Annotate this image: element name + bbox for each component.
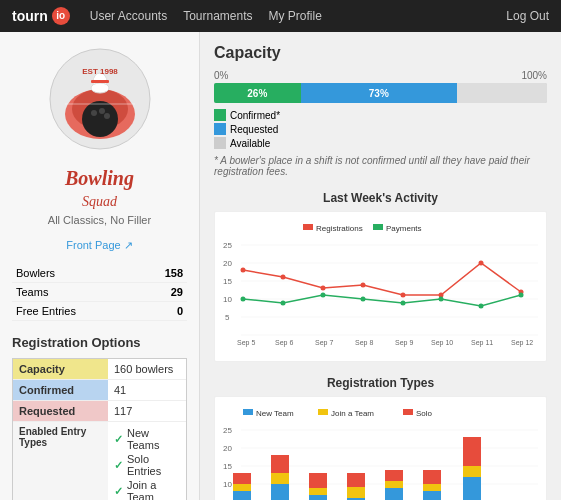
reg-dot-0 bbox=[241, 268, 246, 273]
nav-my-profile[interactable]: My Profile bbox=[269, 9, 322, 23]
reg-dot-1 bbox=[281, 275, 286, 280]
stat-row-teams: Teams 29 bbox=[12, 283, 187, 302]
svg-rect-39 bbox=[403, 409, 413, 415]
bar-solo-5 bbox=[423, 470, 441, 484]
bar-join-5 bbox=[423, 484, 441, 491]
bar-solo-2 bbox=[309, 473, 327, 488]
stat-label-free-entries: Free Entries bbox=[12, 302, 138, 321]
stat-value-free-entries: 0 bbox=[138, 302, 187, 321]
pay-dot-4 bbox=[401, 301, 406, 306]
pay-dot-2 bbox=[321, 293, 326, 298]
legend-available: Available bbox=[214, 137, 547, 149]
svg-text:Sep 6: Sep 6 bbox=[275, 339, 293, 347]
svg-text:Sep 7: Sep 7 bbox=[315, 339, 333, 347]
activity-chart-section: Last Week's Activity Registrations Payme… bbox=[214, 191, 547, 362]
pay-dot-6 bbox=[479, 304, 484, 309]
reg-label-entry-types: Enabled Entry Types bbox=[13, 422, 108, 500]
capacity-bar: 26% 73% bbox=[214, 83, 547, 103]
entry-join-team: ✓ Join a Team bbox=[114, 478, 180, 500]
svg-text:25: 25 bbox=[223, 241, 232, 250]
svg-text:Solo: Solo bbox=[416, 409, 433, 418]
main-content: Capacity 0% 100% 26% 73% Confirmed* bbox=[200, 32, 561, 500]
org-sub: Squad bbox=[12, 194, 187, 210]
registrations-line bbox=[243, 263, 521, 295]
stat-label-teams: Teams bbox=[12, 283, 138, 302]
bar-new-1 bbox=[271, 484, 289, 500]
reg-types-chart-container: New Team Join a Team Solo 25 20 15 10 5 bbox=[214, 396, 547, 500]
capacity-available-bar bbox=[457, 83, 547, 103]
legend-label-requested: Requested bbox=[230, 124, 278, 135]
reg-value-requested: 117 bbox=[108, 401, 186, 421]
svg-text:Sep 12: Sep 12 bbox=[511, 339, 533, 347]
svg-text:20: 20 bbox=[223, 259, 232, 268]
svg-rect-12 bbox=[303, 224, 313, 230]
capacity-title: Capacity bbox=[214, 44, 547, 62]
legend-color-confirmed bbox=[214, 109, 226, 121]
front-page-link[interactable]: Front Page ↗ bbox=[12, 238, 187, 252]
reg-value-confirmed: 41 bbox=[108, 380, 186, 400]
stat-row-bowlers: Bowlers 158 bbox=[12, 264, 187, 283]
svg-text:10: 10 bbox=[223, 295, 232, 304]
reg-row-requested: Requested 117 bbox=[13, 401, 186, 422]
legend-requested: Requested bbox=[214, 123, 547, 135]
legend-color-available bbox=[214, 137, 226, 149]
legend-color-requested bbox=[214, 123, 226, 135]
capacity-bar-container: 0% 100% 26% 73% bbox=[214, 70, 547, 103]
bar-join-1 bbox=[271, 473, 289, 484]
logo-text: tourn bbox=[12, 8, 48, 24]
pay-dot-1 bbox=[281, 301, 286, 306]
reg-dot-2 bbox=[321, 286, 326, 291]
stat-row-free-entries: Free Entries 0 bbox=[12, 302, 187, 321]
nav-user-accounts[interactable]: User Accounts bbox=[90, 9, 167, 23]
activity-chart-svg: Registrations Payments 25 20 15 10 5 bbox=[223, 220, 543, 350]
reg-label-requested: Requested bbox=[13, 401, 108, 421]
entry-solo: ✓ Solo Entries bbox=[114, 452, 180, 478]
svg-text:20: 20 bbox=[223, 444, 232, 453]
sidebar: EST 1998 Bowling Squad All Classics, No … bbox=[0, 32, 200, 500]
svg-text:Sep 10: Sep 10 bbox=[431, 339, 453, 347]
logout-button[interactable]: Log Out bbox=[506, 9, 549, 23]
svg-point-8 bbox=[91, 83, 109, 93]
pay-dot-3 bbox=[361, 297, 366, 302]
stat-value-teams: 29 bbox=[138, 283, 187, 302]
svg-rect-37 bbox=[318, 409, 328, 415]
reg-types-chart-svg: New Team Join a Team Solo 25 20 15 10 5 bbox=[223, 405, 543, 500]
svg-text:New Team: New Team bbox=[256, 409, 294, 418]
svg-text:25: 25 bbox=[223, 426, 232, 435]
svg-text:Payments: Payments bbox=[386, 224, 422, 233]
reg-dot-6 bbox=[479, 261, 484, 266]
capacity-requested-bar: 73% bbox=[301, 83, 458, 103]
nav-tournaments[interactable]: Tournaments bbox=[183, 9, 252, 23]
bar-new-0 bbox=[233, 491, 251, 500]
entry-new-teams: ✓ New Teams bbox=[114, 426, 180, 452]
front-page-anchor[interactable]: Front Page ↗ bbox=[66, 239, 132, 251]
bar-solo-6 bbox=[463, 437, 481, 466]
entry-types-list: ✓ New Teams ✓ Solo Entries ✓ Join a Team… bbox=[114, 426, 180, 500]
reg-value-entry-types: ✓ New Teams ✓ Solo Entries ✓ Join a Team… bbox=[108, 422, 186, 500]
svg-text:Sep 9: Sep 9 bbox=[395, 339, 413, 347]
reg-types-chart-title: Registration Types bbox=[214, 376, 547, 390]
bar-solo-3 bbox=[347, 473, 365, 487]
svg-text:5: 5 bbox=[225, 313, 230, 322]
bar-new-2 bbox=[309, 495, 327, 500]
reg-row-confirmed: Confirmed 41 bbox=[13, 380, 186, 401]
org-tagline: All Classics, No Filler bbox=[12, 214, 187, 226]
reg-row-entry-types: Enabled Entry Types ✓ New Teams ✓ Solo E… bbox=[13, 422, 186, 500]
bar-join-6 bbox=[463, 466, 481, 477]
svg-text:10: 10 bbox=[223, 480, 232, 489]
svg-point-4 bbox=[91, 110, 97, 116]
reg-dot-3 bbox=[361, 283, 366, 288]
svg-text:Sep 11: Sep 11 bbox=[471, 339, 493, 347]
svg-point-3 bbox=[82, 101, 118, 137]
capacity-label-100: 100% bbox=[521, 70, 547, 81]
reg-options-box: Capacity 160 bowlers Confirmed 41 Reques… bbox=[12, 358, 187, 500]
bar-new-5 bbox=[423, 491, 441, 500]
svg-rect-14 bbox=[373, 224, 383, 230]
logo-icon: io bbox=[52, 7, 70, 25]
svg-text:15: 15 bbox=[223, 462, 232, 471]
reg-label-confirmed: Confirmed bbox=[13, 380, 108, 400]
svg-point-5 bbox=[99, 108, 105, 114]
svg-rect-35 bbox=[243, 409, 253, 415]
capacity-labels: 0% 100% bbox=[214, 70, 547, 81]
bar-solo-1 bbox=[271, 455, 289, 473]
